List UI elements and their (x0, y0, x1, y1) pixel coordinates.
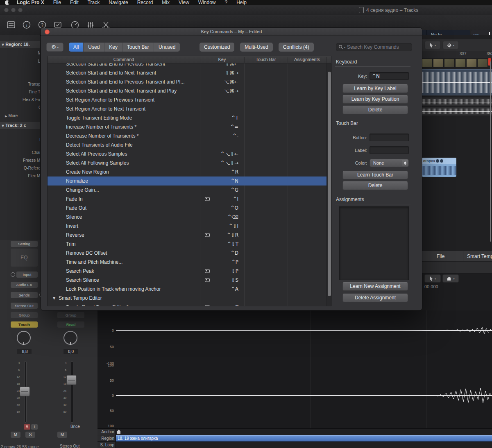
record-enable-button[interactable]: R (24, 424, 30, 430)
learn-by-key-label-button[interactable]: Learn by Key Label (342, 84, 408, 93)
column-header-key[interactable]: Key (200, 56, 244, 63)
s-loop-lane[interactable] (116, 442, 492, 448)
menu-item[interactable]: Help (236, 0, 247, 5)
minimize-window-button[interactable] (11, 8, 16, 12)
volume-value[interactable]: -8,8 (17, 349, 32, 354)
key-command-row[interactable]: ▼ Time and Pitch Machine... ^P (48, 258, 326, 267)
menu-item[interactable]: Track (88, 0, 100, 5)
assignments-list-box[interactable] (339, 206, 409, 280)
search-input[interactable] (346, 44, 410, 50)
menu-item[interactable]: Window (198, 0, 216, 5)
output-button[interactable]: Stereo Out (11, 303, 38, 309)
dialog-close-button[interactable] (45, 29, 50, 34)
key-command-row[interactable]: ▼ Selection Start and End to Previous Tr… (48, 77, 326, 86)
menu-item[interactable]: Navigate (109, 0, 128, 5)
close-window-button[interactable] (4, 8, 9, 12)
key-command-row[interactable]: ▼ Change Gain... ^G (48, 186, 326, 195)
secondary-tool-menu[interactable]: ▾ (442, 41, 459, 49)
filter-segment[interactable]: All (69, 43, 84, 52)
menu-item[interactable]: Mix (162, 0, 170, 5)
key-command-row[interactable]: ▼ Create New Region ^R (48, 167, 326, 176)
key-command-row[interactable]: ▼ Silence ^⌫ (48, 213, 326, 222)
apple-menu-icon[interactable] (5, 0, 9, 5)
fader-track[interactable] (71, 361, 73, 423)
bar-ruler[interactable]: 337 353 (422, 51, 492, 58)
pan-knob[interactable] (17, 331, 31, 345)
region-inspector-header[interactable]: ▼Region: 18. (0, 41, 40, 48)
bounce-button[interactable]: Bnce (70, 424, 80, 429)
filter-segment[interactable]: Unused (154, 43, 180, 52)
key-command-row[interactable]: ▼ Set Region Anchor to Next Transient (48, 104, 326, 113)
key-command-row[interactable]: ▼ Selection Start and End to Next Transi… (48, 68, 326, 77)
key-command-row[interactable]: ▼ Search Silence ⇧S (48, 276, 326, 285)
vertical-scrollbar[interactable] (490, 61, 491, 242)
audio-region[interactable] (422, 97, 492, 106)
disclosure-down-icon[interactable]: ▼ (53, 296, 55, 300)
filter-segment[interactable]: Used (84, 43, 104, 52)
inspector-icon[interactable]: i (21, 20, 32, 30)
key-command-row[interactable]: ▼ Select All Previous Samples ^⌥⇧← (48, 149, 326, 158)
filter-button[interactable]: Customized (200, 43, 234, 52)
track-inspector-header[interactable]: ▼Track: 2 c (0, 122, 40, 129)
pointer-tool-menu[interactable]: ▾ (424, 41, 441, 49)
filter-button[interactable]: Multi-Used (240, 43, 272, 52)
key-command-row[interactable]: ▼ Normalize ^N (48, 176, 326, 186)
sends-button[interactable]: Sends (11, 292, 38, 298)
menu-item[interactable]: View (179, 0, 189, 5)
tab-file[interactable]: File (437, 251, 444, 262)
action-menu-button[interactable]: ⚙ ▾ (46, 43, 63, 52)
key-command-row[interactable]: ▼ Select All Following Samples ^⌥⇧→ (48, 158, 326, 167)
column-header-touch-bar[interactable]: Touch Bar (244, 56, 288, 63)
scrollbar-thumb[interactable] (328, 72, 331, 296)
mute-button[interactable]: M (11, 432, 20, 438)
region-bar[interactable]: 18. 19 жена олигарха (116, 435, 492, 441)
learn-by-key-position-button[interactable]: Learn by Key Position (342, 95, 408, 104)
key-command-row[interactable]: ▼ Invert ^⇧I (48, 222, 326, 231)
hand-tool-menu[interactable]: ▾ (442, 274, 459, 283)
audio-fx-button[interactable]: Audio FX (11, 282, 38, 288)
learn-touch-bar-button[interactable]: Learn Touch Bar (342, 171, 408, 179)
key-value-field[interactable]: ^N (370, 72, 409, 80)
audio-region-selected[interactable] (422, 69, 492, 95)
channel-input-button[interactable]: Input (16, 272, 38, 278)
delete-touch-bar-button[interactable]: Delete (342, 181, 408, 190)
key-command-row[interactable]: ▼ Increase Number of Transients * ^= (48, 122, 326, 131)
input-monitor-button[interactable]: I (31, 424, 38, 430)
menu-item[interactable]: Record (137, 0, 153, 5)
key-command-row[interactable]: ▼ Remove DC Offset ^D (48, 249, 326, 258)
volume-value[interactable]: 0,0 (63, 349, 78, 354)
delete-assignment-button[interactable]: Delete Assignment (342, 294, 408, 302)
filter-segment[interactable]: Key (104, 43, 122, 52)
eq-thumbnail[interactable]: EQ (11, 249, 38, 267)
key-command-row[interactable]: ▼ Detect Transients of Audio File (48, 140, 326, 149)
key-command-row[interactable]: ▼ Selection Start and End to Next Transi… (48, 86, 326, 95)
menu-item[interactable]: Edit (70, 0, 79, 5)
label-value-field[interactable] (370, 146, 409, 154)
key-command-row[interactable]: ▼ Trim ^⇧T (48, 240, 326, 249)
menu-item[interactable]: ? (225, 0, 228, 5)
automation-mode-button[interactable]: Touch (11, 321, 38, 328)
column-header-command[interactable]: Command (48, 56, 200, 63)
solo-button[interactable]: S (25, 432, 35, 438)
table-scrollbar[interactable] (326, 63, 332, 306)
button-value-field[interactable] (370, 133, 409, 141)
library-icon[interactable] (6, 20, 16, 30)
volume-fader[interactable] (66, 375, 77, 385)
editor-pointer-tool-menu[interactable]: ▾ (424, 274, 441, 283)
audio-region[interactable] (422, 107, 492, 115)
video-track-lane[interactable] (422, 59, 492, 68)
key-command-row[interactable]: ▼ Decrease Number of Transients * ^- (48, 131, 326, 140)
color-select[interactable]: None (370, 159, 409, 167)
learn-new-assignment-button[interactable]: Learn New Assignment (342, 282, 408, 291)
menu-item[interactable]: Logic Pro X (17, 0, 44, 5)
group-button[interactable]: Group (57, 312, 84, 318)
key-command-row[interactable]: ▼ Set Region Anchor to Previous Transien… (48, 95, 326, 104)
key-command-row[interactable]: ▼ Reverse ^⇧R (48, 231, 326, 240)
group-button[interactable]: Group (11, 312, 38, 318)
audio-region-blue[interactable]: игарха (422, 158, 456, 177)
key-command-row[interactable]: ▼ Smart Tempo Editor (48, 294, 326, 303)
key-command-row[interactable]: ▼ Toggle Transient Editing Mode ^T (48, 113, 326, 122)
automation-mode-button[interactable]: Read (57, 321, 84, 328)
anchor-lane[interactable] (116, 429, 492, 435)
more-disclosure[interactable]: ▶More (5, 113, 18, 118)
